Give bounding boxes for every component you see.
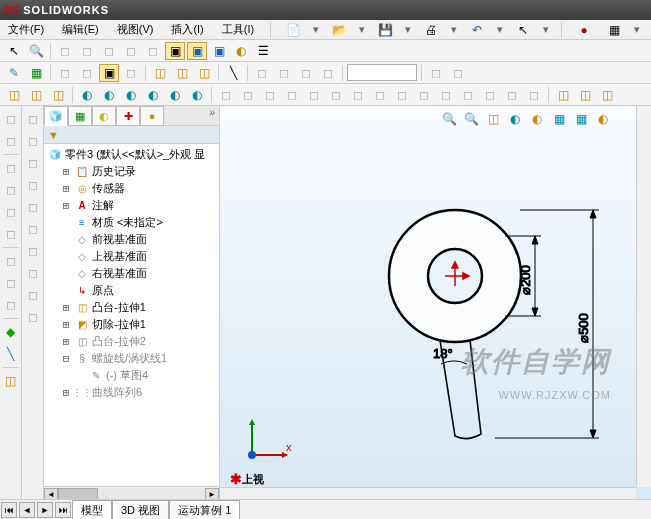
vt-icon[interactable]: ◐ [593,110,613,128]
menu-insert[interactable]: 插入(I) [167,20,207,39]
tb-icon[interactable]: ◻ [348,86,368,104]
tree-node[interactable]: ◇右视基准面 [46,265,217,282]
lb-icon[interactable]: ◻ [23,176,43,194]
lb-icon[interactable]: ◻ [1,225,21,243]
lb-icon[interactable]: ◻ [1,110,21,128]
panel-tab-icon[interactable]: ✚ [116,106,140,126]
tree-node[interactable]: ⊞◩切除-拉伸1 [46,316,217,333]
save-icon[interactable]: 💾 [375,21,395,39]
vt-icon[interactable]: ▦ [549,110,569,128]
tab-last-icon[interactable]: ⏭ [55,502,71,518]
tb-icon[interactable]: ◐ [143,86,163,104]
tb-icon[interactable]: ◻ [55,42,75,60]
tree-node[interactable]: ≡材质 <未指定> [46,214,217,231]
zoom-fit-icon[interactable]: 🔍 [439,110,459,128]
panel-tab-icon[interactable]: ● [140,106,164,126]
expand-icon[interactable]: ⊞ [60,165,72,178]
expand-icon[interactable]: ⊞ [60,318,72,331]
menu-view[interactable]: 视图(V) [113,20,158,39]
tb-icon[interactable]: ◻ [274,64,294,82]
expand-icon[interactable]: ⊞ [60,386,72,399]
lb-icon[interactable]: ◻ [23,110,43,128]
line-icon[interactable]: ╲ [223,64,243,82]
lb-icon[interactable]: ◻ [1,181,21,199]
tree-node[interactable]: ◇上视基准面 [46,248,217,265]
tb-icon[interactable]: ◻ [426,64,446,82]
expand-icon[interactable]: ⊞ [60,182,72,195]
vt-icon[interactable]: ◐ [505,110,525,128]
tree-node[interactable]: ⊞A注解 [46,197,217,214]
tree-root[interactable]: 🧊零件3 (默认<<默认>_外观 显 [46,146,217,163]
lb-icon[interactable]: ◻ [23,154,43,172]
tb-icon[interactable]: ◻ [458,86,478,104]
tab-first-icon[interactable]: ⏮ [1,502,17,518]
tb-icon[interactable]: ◫ [26,86,46,104]
tb-icon[interactable]: ▣ [165,42,185,60]
tab-motion[interactable]: 运动算例 1 [169,500,240,520]
tb-icon[interactable]: ◻ [392,86,412,104]
tb-icon[interactable]: ◫ [172,64,192,82]
tb-icon[interactable]: ◻ [121,64,141,82]
tb-icon[interactable]: ◫ [597,86,617,104]
sketch-icon[interactable]: ✎ [4,64,24,82]
lb-icon[interactable]: ◻ [23,308,43,326]
panel-tab-icon[interactable]: ▦ [68,106,92,126]
undo-icon[interactable]: ↶ [467,21,487,39]
print-icon[interactable]: 🖨 [421,21,441,39]
tree-node[interactable]: ⊞⋮⋮曲线阵列6 [46,384,217,401]
tb-icon[interactable]: ◻ [216,86,236,104]
vt-icon[interactable]: ◫ [483,110,503,128]
tb-icon[interactable]: ◻ [370,86,390,104]
lb-icon[interactable]: ◻ [1,296,21,314]
tb-icon[interactable]: ◐ [231,42,251,60]
tb-icon[interactable]: ◫ [194,64,214,82]
tb-icon[interactable]: ▣ [187,42,207,60]
options-icon[interactable]: ▦ [604,21,624,39]
expand-icon[interactable]: ⊞ [60,301,72,314]
lb-icon[interactable]: ◻ [1,132,21,150]
lb-icon[interactable]: ╲ [1,345,21,363]
tree-node[interactable]: ◇前视基准面 [46,231,217,248]
tb-icon[interactable]: ◐ [77,86,97,104]
tb-icon[interactable]: ◫ [48,86,68,104]
panel-tab-tree-icon[interactable]: 🧊 [44,106,68,126]
tab-next-icon[interactable]: ► [37,502,53,518]
menu-tools[interactable]: 工具(I) [218,20,258,39]
tb-icon[interactable]: ◻ [252,64,272,82]
filter-icon[interactable]: ▼ [48,129,59,141]
lb-icon[interactable]: ◻ [1,274,21,292]
collapse-icon[interactable]: ⊟ [60,352,72,365]
lb-icon[interactable]: ◻ [23,286,43,304]
tb-icon[interactable]: ◻ [296,64,316,82]
tb-icon[interactable]: ◻ [121,42,141,60]
tree-node[interactable]: ⊞◫凸台-拉伸1 [46,299,217,316]
expand-icon[interactable]: ⊞ [60,199,72,212]
panel-tab-icon[interactable]: ◐ [92,106,116,126]
tree-node[interactable]: ⊞◎传感器 [46,180,217,197]
tb-icon[interactable]: ◻ [77,64,97,82]
tree-node[interactable]: ⊟§螺旋线/涡状线1 [46,350,217,367]
tb-icon[interactable]: ☰ [253,42,273,60]
vt-icon[interactable]: ◐ [527,110,547,128]
tb-icon[interactable]: ◻ [238,86,258,104]
lb-icon[interactable]: ◻ [23,264,43,282]
tab-3dview[interactable]: 3D 视图 [112,500,169,520]
tb-icon[interactable]: ▦ [26,64,46,82]
tb-icon[interactable]: ◻ [414,86,434,104]
lb-icon[interactable]: ◫ [1,372,21,390]
tb-icon[interactable]: ◻ [260,86,280,104]
tb-icon[interactable]: 🔍 [26,42,46,60]
viewport[interactable]: 🔍 🔍 ◫ ◐ ◐ ▦ ▦ ◐ [220,106,651,501]
rebuild-icon[interactable]: ● [574,21,594,39]
tb-icon[interactable]: ◻ [99,42,119,60]
tb-icon[interactable]: ◫ [553,86,573,104]
lb-icon[interactable]: ◻ [1,203,21,221]
tb-icon[interactable]: ◻ [77,42,97,60]
tb-icon[interactable]: ◻ [304,86,324,104]
tb-icon[interactable]: ◻ [480,86,500,104]
tree-node[interactable]: ⊞◫凸台-拉伸2 [46,333,217,350]
tab-prev-icon[interactable]: ◄ [19,502,35,518]
open-icon[interactable]: 📂 [329,21,349,39]
tb-icon[interactable]: ◐ [121,86,141,104]
lb-icon[interactable]: ◻ [1,252,21,270]
